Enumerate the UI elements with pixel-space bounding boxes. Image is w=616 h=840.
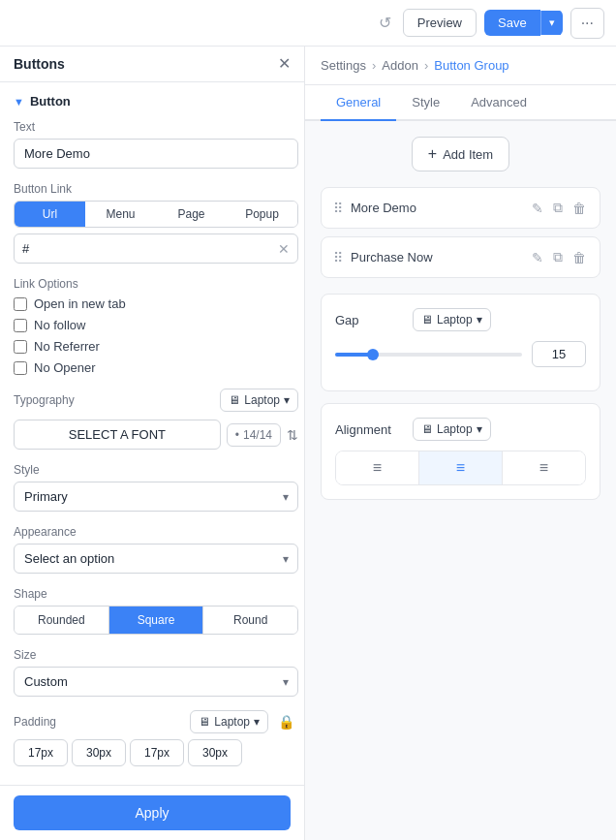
gap-range-thumb[interactable] [367,349,379,360]
drag-handle-icon[interactable]: ⠿ [333,250,343,265]
delete-icon[interactable]: 🗑 [570,247,588,267]
typography-device-select[interactable]: 🖥 Laptop ▾ [220,389,298,412]
link-type-popup[interactable]: Popup [227,202,297,227]
shape-label: Shape [14,587,298,601]
shape-square-button[interactable]: Square [109,607,204,634]
gap-range-slider[interactable] [335,353,522,357]
alignment-device-select[interactable]: 🖥 Laptop ▾ [413,418,491,441]
tab-general[interactable]: General [321,85,396,121]
appearance-label: Appearance [14,525,298,539]
breadcrumb-addon[interactable]: Addon [382,58,418,73]
style-label: Style [14,463,298,477]
alignment-label: Alignment [335,422,403,437]
align-right-button[interactable]: ≡ [503,451,585,484]
delete-icon[interactable]: 🗑 [570,198,588,218]
alignment-laptop-icon: 🖥 [421,422,433,436]
gap-label: Gap [335,313,403,327]
left-panel: Buttons ✕ ▼ Button Text Button Link Url … [0,47,305,840]
text-input[interactable] [14,139,298,169]
font-row: SELECT A FONT • 14/14 ⇅ [14,420,298,450]
add-item-button[interactable]: + Add Item [412,137,509,171]
apply-button[interactable]: Apply [14,795,291,830]
copy-icon[interactable]: ⧉ [551,247,565,267]
checkbox-nofollow-label: No follow [34,318,85,332]
checkbox-new-tab[interactable]: Open in new tab [14,296,298,311]
align-left-button[interactable]: ≡ [336,451,419,484]
link-type-url[interactable]: Url [15,202,85,227]
link-type-menu[interactable]: Menu [85,202,156,227]
save-dropdown-button[interactable]: ▾ [540,11,563,35]
gap-number-input[interactable] [532,341,586,367]
close-button[interactable]: ✕ [278,56,291,72]
url-input[interactable] [22,234,278,263]
padding-chevron-icon: ▾ [254,715,260,729]
padding-right-input[interactable] [72,739,126,766]
gap-chevron-icon: ▾ [477,313,482,327]
font-size-group: • 14/14 [227,423,281,447]
plus-icon: + [428,145,437,163]
shape-round-button[interactable]: Round [203,607,297,634]
toggle-arrow-icon: ▼ [14,96,24,108]
appearance-select[interactable]: Select an option [14,544,298,574]
edit-icon[interactable]: ✎ [530,247,545,267]
url-input-wrap: ✕ [14,233,298,264]
shape-buttons: Rounded Square Round [14,606,298,635]
checkbox-noreferrer-input[interactable] [14,340,27,354]
copy-icon[interactable]: ⧉ [551,198,565,218]
size-select-wrap: Custom Small Medium Large ▾ [14,667,298,697]
gap-device-select[interactable]: 🖥 Laptop ▾ [413,308,491,331]
save-group: Save ▾ [484,10,563,36]
btn-item-name: More Demo [351,201,416,215]
align-center-button[interactable]: ≡ [419,451,503,484]
checkbox-nofollow-input[interactable] [14,319,27,332]
gap-row: Gap 🖥 Laptop ▾ [335,308,586,331]
style-select[interactable]: Primary Secondary Outline [14,482,298,512]
undo-button[interactable]: ↺ [375,10,395,36]
padding-device-select[interactable]: 🖥 Laptop ▾ [190,710,268,733]
section-toggle[interactable]: ▼ Button [14,94,298,109]
padding-row: Padding 🖥 Laptop ▾ 🔒 [14,710,298,733]
edit-icon[interactable]: ✎ [530,198,545,218]
alignment-buttons: ≡ ≡ ≡ [335,451,586,485]
padding-lock-button[interactable]: 🔒 [274,710,298,733]
checkbox-noreferrer[interactable]: No Referrer [14,339,298,354]
checkbox-noopener[interactable]: No Opener [14,360,298,375]
breadcrumb-sep-1: › [372,58,376,73]
breadcrumb-settings[interactable]: Settings [321,58,366,73]
checkbox-group: Open in new tab No follow No Referrer No… [14,296,298,375]
size-select[interactable]: Custom Small Medium Large [14,667,298,697]
padding-bottom-input[interactable] [130,739,184,766]
link-type-row: Url Menu Page Popup [14,201,298,228]
more-options-button[interactable]: ··· [570,8,604,39]
font-selector[interactable]: SELECT A FONT [14,420,221,450]
tab-advanced[interactable]: Advanced [455,85,542,121]
section-label: Button [30,94,71,109]
font-adjust-button[interactable]: ⇅ [287,427,298,443]
checkbox-new-tab-input[interactable] [14,297,27,311]
size-group: Size Custom Small Medium Large ▾ [14,648,298,697]
checkbox-nofollow[interactable]: No follow [14,318,298,332]
link-type-page[interactable]: Page [156,202,227,227]
gap-section: Gap 🖥 Laptop ▾ [321,294,601,391]
drag-handle-icon[interactable]: ⠿ [333,201,343,216]
padding-left-input[interactable] [188,739,242,766]
save-button[interactable]: Save [484,10,540,36]
font-size-value: 14/14 [243,428,272,442]
chevron-down-icon: ▾ [284,393,290,407]
url-clear-button[interactable]: ✕ [278,241,290,257]
alignment-device-label: Laptop [437,422,473,436]
shape-rounded-button[interactable]: Rounded [15,607,109,634]
btn-item-left: ⠿ More Demo [333,201,416,216]
alignment-chevron-icon: ▾ [477,422,482,436]
preview-button[interactable]: Preview [403,9,477,37]
checkbox-noopener-input[interactable] [14,361,27,375]
btn-item-actions: ✎ ⧉ 🗑 [530,198,588,218]
breadcrumb: Settings › Addon › Button Group [305,47,616,85]
tab-style[interactable]: Style [396,85,455,121]
link-options-label: Link Options [14,277,298,291]
align-right-icon: ≡ [539,459,548,477]
padding-top-input[interactable] [14,739,68,766]
typography-label: Typography [14,393,75,407]
panel-footer: Apply [0,785,304,840]
padding-laptop-icon: 🖥 [199,715,210,729]
